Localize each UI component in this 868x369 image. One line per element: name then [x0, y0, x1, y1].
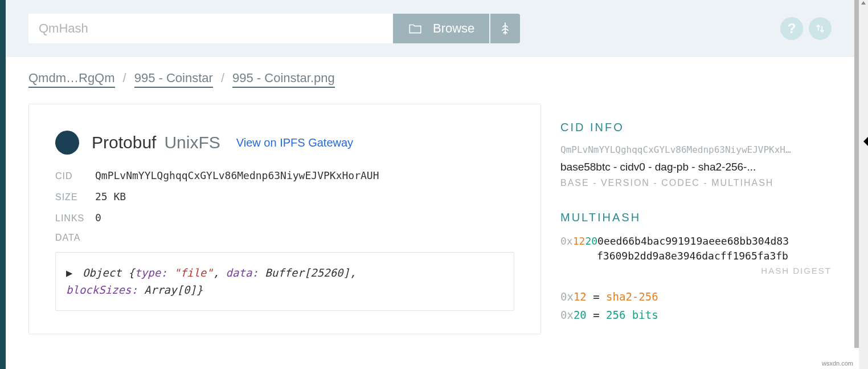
row-links: LINKS 0 — [55, 212, 514, 224]
label-data: DATA — [55, 233, 95, 243]
browse-label: Browse — [433, 21, 474, 36]
footer-watermark: wsxdn.com — [822, 360, 853, 367]
len-row: 0x20 = 256 bits — [560, 309, 832, 321]
hex-body1: 0eed66b4bac991919aeee68bb304d83 — [597, 235, 789, 247]
value-size: 25 KB — [95, 190, 126, 202]
folder-icon — [408, 21, 423, 36]
question-icon: ? — [788, 21, 796, 37]
cid-decoded: base58btc - cidv0 - dag-pb - sha2-256-..… — [560, 161, 832, 173]
main-card: Protobuf UnixFS View on IPFS Gateway CID… — [28, 104, 541, 334]
len-code: 20 — [574, 309, 587, 321]
columns: Protobuf UnixFS View on IPFS Gateway CID… — [6, 94, 854, 334]
topbar: Browse ? — [6, 0, 854, 57]
hash-digest-label: HASH DIGEST — [560, 266, 832, 275]
len-pre: 0x — [560, 309, 574, 321]
crumb-mid[interactable]: 995 - Coinstar — [134, 71, 213, 88]
row-cid: CID QmPLvNmYYLQghqqCxGYLv86Mednp63NiywEJ… — [55, 169, 514, 181]
tree-button[interactable] — [490, 14, 520, 43]
card-header: Protobuf UnixFS View on IPFS Gateway — [55, 131, 514, 155]
multihash-hex-2: f3609b2dd9a8e3946dacff1965fa3fb — [560, 249, 832, 263]
help-button[interactable]: ? — [780, 17, 803, 40]
obj-val-bs: Array[0] — [144, 283, 196, 296]
cid-truncated: QmPLvNmYYLQghqqCxGYLv86Mednp63NiywEJVPKx… — [560, 144, 832, 155]
hex-body2: f3609b2dd9a8e3946dacff1965fa3fb — [597, 250, 788, 262]
value-links: 0 — [95, 212, 101, 224]
obj-key-data: data: — [226, 266, 259, 279]
len-name: 256 bits — [606, 309, 658, 321]
search-group: Browse — [28, 14, 520, 43]
scrollbar-track[interactable] — [859, 0, 868, 369]
gateway-link[interactable]: View on IPFS Gateway — [236, 136, 353, 149]
expand-triangle-icon[interactable]: ▶ — [66, 264, 72, 281]
format-name: UnixFS — [164, 133, 220, 152]
crumb-sep: / — [221, 71, 224, 86]
row-size: SIZE 25 KB — [55, 190, 514, 202]
obj-key-bs: blockSizes: — [66, 283, 138, 296]
left-rail — [0, 0, 6, 369]
transfer-icon — [814, 23, 826, 34]
viewport: Browse ? — [0, 0, 868, 369]
cid-info-title: CID INFO — [560, 121, 832, 134]
crumb-root[interactable]: Qmdm…RgQm — [28, 71, 115, 88]
alg-name: sha2-256 — [606, 290, 658, 303]
data-object-box[interactable]: ▶ Object {type: "file", data: Buffer[252… — [55, 252, 514, 311]
multihash-title: MULTIHASH — [560, 211, 832, 224]
obj-val-type: "file" — [174, 266, 213, 279]
top-actions: ? — [780, 17, 832, 40]
hex-alg: 12 — [573, 235, 586, 247]
row-data: DATA — [55, 233, 514, 243]
value-cid: QmPLvNmYYLQghqqCxGYLv86Mednp63NiywEJVPKx… — [95, 169, 379, 181]
label-links: LINKS — [55, 213, 95, 224]
crumb-sep: / — [123, 71, 126, 86]
codec-name: Protobuf — [92, 133, 156, 152]
scrollbar-thumb[interactable] — [854, 0, 859, 348]
obj-val-data: Buffer[25260] — [265, 266, 350, 279]
cid-legend: BASE - VERSION - CODEC - MULTIHASH — [560, 178, 832, 188]
kv-table: CID QmPLvNmYYLQghqqCxGYLv86Mednp63NiywEJ… — [55, 169, 514, 243]
content: Browse ? — [6, 0, 854, 369]
obj-suffix: } — [196, 283, 203, 296]
crumb-leaf[interactable]: 995 - Coinstar.png — [232, 71, 335, 88]
label-cid: CID — [55, 171, 95, 181]
codec-dot-icon — [55, 131, 79, 155]
len-eq: = — [587, 309, 606, 321]
transfer-button[interactable] — [809, 17, 832, 40]
alg-row: 0x12 = sha2-256 — [560, 290, 832, 303]
alg-pre: 0x — [560, 290, 574, 303]
multihash-hex: 0x12200eed66b4bac991919aeee68bb304d83 — [560, 234, 832, 248]
alg-code: 12 — [574, 290, 587, 303]
label-size: SIZE — [55, 192, 95, 202]
side-panel: CID INFO QmPLvNmYYLQghqqCxGYLv86Mednp63N… — [560, 104, 832, 334]
obj-prefix: Object { — [83, 266, 135, 279]
resize-indicator-icon — [863, 137, 868, 146]
hex-prefix: 0x — [560, 235, 573, 247]
scroll-up-icon[interactable] — [861, 1, 866, 5]
breadcrumb: Qmdm…RgQm / 995 - Coinstar / 995 - Coins… — [6, 57, 854, 94]
alg-eq: = — [587, 290, 606, 303]
obj-key-type: type: — [134, 266, 167, 279]
browse-button[interactable]: Browse — [393, 14, 489, 43]
search-input[interactable] — [28, 14, 393, 43]
tree-icon — [497, 21, 513, 37]
hex-len: 20 — [585, 235, 597, 247]
